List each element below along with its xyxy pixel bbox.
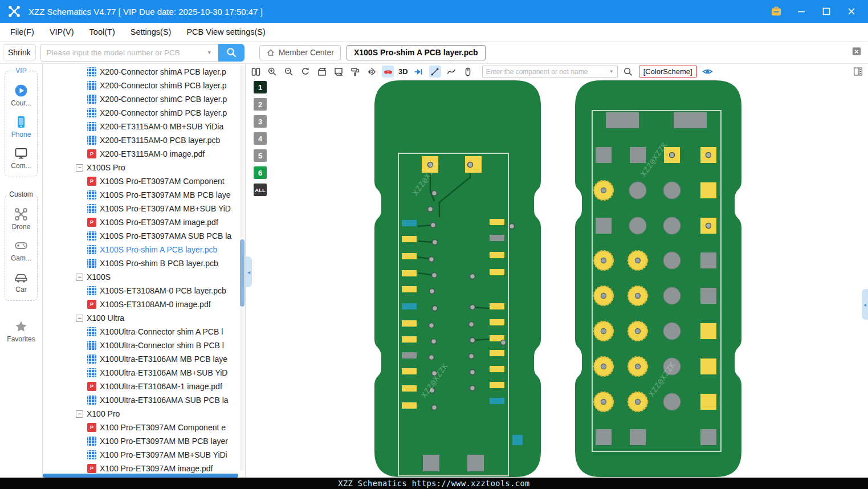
- menu-item[interactable]: Tool(T): [89, 27, 115, 36]
- colorscheme-button[interactable]: [ColorScheme]: [639, 66, 697, 78]
- tree-file-row[interactable]: PX100S Pro-ET3097AM image.pdf: [43, 215, 245, 229]
- right-panel-handle[interactable]: ◂: [862, 289, 868, 320]
- tree-file-row[interactable]: X200-Connector shimA PCB layer.p: [43, 65, 245, 79]
- tree-file-row[interactable]: X200-ET3115AM-0 MB+SUB YiDia: [43, 120, 245, 133]
- tree-group-row[interactable]: −X100S Pro: [43, 161, 245, 174]
- tree-file-row[interactable]: X100Ultra-Connector shim A PCB l: [43, 325, 245, 339]
- menu-item[interactable]: File(F): [10, 27, 34, 36]
- menu-item[interactable]: Settings(S): [131, 27, 172, 36]
- sidebar-item-courses[interactable]: Cour...: [11, 83, 31, 107]
- top-layer-box-icon[interactable]: [316, 66, 328, 78]
- tree-file-row[interactable]: X100S-ET3108AM-0 PCB layer.pcb: [43, 284, 245, 298]
- tree-scrollbar-thumb[interactable]: [240, 239, 244, 307]
- tree-file-row[interactable]: X100S Pro-shim B PCB layer.pcb: [43, 256, 245, 270]
- mouse-mode-icon[interactable]: [462, 66, 474, 78]
- tree-item-label: X200-Connector shimB PCB layer.p: [100, 81, 227, 90]
- tree-horizontal-scrollbar[interactable]: [43, 474, 238, 478]
- tree-file-row[interactable]: X200-Connector shimD PCB layer.p: [43, 106, 245, 120]
- tree-vertical-scrollbar[interactable]: [240, 65, 244, 471]
- tree-file-row[interactable]: X100 Pro-ET3097AM MB PCB layer: [43, 434, 245, 448]
- curve-icon[interactable]: [446, 66, 458, 78]
- tree-file-row[interactable]: X200-Connector shimB PCB layer.p: [43, 79, 245, 92]
- close-right-panel-icon[interactable]: [851, 46, 862, 59]
- home-icon: [266, 48, 275, 57]
- tree-file-row[interactable]: X100Ultra-ET3106AM MB PCB laye: [43, 352, 245, 366]
- paint-roller-icon[interactable]: [349, 66, 361, 78]
- sidebar-item-drone[interactable]: Drone: [11, 207, 31, 231]
- pcb-file-icon: [87, 396, 96, 405]
- layer-button-all[interactable]: ALL: [254, 184, 267, 196]
- category-sidebar: VIP Cour...PhoneCom... Custom DroneGam..…: [0, 64, 43, 478]
- tree-file-row[interactable]: PX100S-ET3108AM-0 image.pdf: [43, 298, 245, 311]
- net-goggles-icon[interactable]: [382, 66, 394, 78]
- pcb-file-icon: [87, 245, 96, 254]
- vip-package-icon[interactable]: [770, 5, 783, 18]
- sidebar-item-game[interactable]: Gam...: [11, 238, 31, 262]
- rotate-icon[interactable]: [299, 66, 311, 78]
- sidebar-item-label: Cour...: [11, 99, 31, 107]
- sidebar-item-computer[interactable]: Com...: [11, 146, 31, 170]
- collapse-minus-icon[interactable]: −: [76, 164, 83, 172]
- 3d-toggle-button[interactable]: 3D: [398, 67, 408, 76]
- pcb-canvas[interactable]: XZZ@XZZK XZZ@XZZK: [246, 79, 867, 478]
- menu-item[interactable]: PCB View settings(S): [186, 27, 265, 36]
- measure-line-icon[interactable]: [429, 66, 441, 78]
- close-button[interactable]: [845, 5, 858, 18]
- collapse-minus-icon[interactable]: −: [76, 274, 83, 281]
- sidebar-item-car[interactable]: Car: [11, 270, 31, 294]
- statusbar-text: XZZ Schematics https://www.xzztools.com: [338, 479, 529, 488]
- jump-arrow-icon[interactable]: [413, 66, 425, 78]
- tree-file-row[interactable]: X100Ultra-Connector shim B PCB l: [43, 339, 245, 352]
- split-view-icon[interactable]: [250, 66, 262, 78]
- favorites-label: Favorites: [7, 335, 35, 343]
- tree-file-row[interactable]: X200-ET3115AM-0 PCB layer.pcb: [43, 133, 245, 147]
- tree-file-row[interactable]: X100S Pro-shim A PCB layer.pcb: [43, 243, 245, 256]
- pcb-file-icon: [87, 327, 96, 336]
- tree-file-row[interactable]: X100Ultra-ET3106AM MB+SUB YiD: [43, 366, 245, 380]
- layer-button-6[interactable]: 6: [254, 166, 267, 179]
- layer-button-2[interactable]: 2: [254, 98, 267, 111]
- tree-group-row[interactable]: −X100 Pro: [43, 407, 245, 421]
- tree-file-row[interactable]: PX100S Pro-ET3097AM Component: [43, 174, 245, 188]
- layer-button-3[interactable]: 3: [254, 115, 267, 128]
- tree-file-row[interactable]: PX100 Pro-ET3097AM Component e: [43, 421, 245, 434]
- sidebar-item-label: Car: [15, 286, 26, 294]
- tree-file-row[interactable]: X100S Pro-ET3097AM MB+SUB YiD: [43, 202, 245, 215]
- layer-button-1[interactable]: 1: [254, 81, 267, 93]
- tree-file-row[interactable]: X100Ultra-ET3106AMA SUB PCB la: [43, 393, 245, 407]
- tree-file-row[interactable]: X200-Connector shimC PCB layer.p: [43, 92, 245, 106]
- panel-list-icon[interactable]: [852, 66, 864, 78]
- net-search-icon[interactable]: [622, 66, 634, 78]
- tree-item-label: X100 Ultra: [87, 313, 124, 323]
- menu-item[interactable]: VIP(V): [50, 27, 74, 36]
- tree-collapse-handle[interactable]: ◂: [246, 256, 252, 287]
- maximize-button[interactable]: [820, 5, 833, 18]
- tree-item-label: X100Ultra-ET3106AM MB+SUB YiD: [100, 368, 227, 377]
- tree-file-row[interactable]: X100S Pro-ET3097AMA SUB PCB la: [43, 229, 245, 243]
- minimize-button[interactable]: [795, 5, 808, 18]
- flip-horizontal-icon[interactable]: [365, 66, 377, 78]
- tree-file-row[interactable]: X100S Pro-ET3097AM MB PCB laye: [43, 188, 245, 202]
- shrink-button[interactable]: Shrink: [3, 44, 36, 60]
- tree-group-row[interactable]: −X100 Ultra: [43, 311, 245, 325]
- tree-group-row[interactable]: −X100S: [43, 270, 245, 284]
- sidebar-item-phone[interactable]: Phone: [11, 115, 31, 138]
- tree-file-row[interactable]: PX200-ET3115AM-0 image.pdf: [43, 147, 245, 161]
- tree-file-row[interactable]: PX100Ultra-ET3106AM-1 image.pdf: [43, 380, 245, 393]
- collapse-minus-icon[interactable]: −: [76, 315, 83, 322]
- collapse-minus-icon[interactable]: −: [76, 410, 83, 418]
- member-center-button[interactable]: Member Center: [259, 45, 341, 60]
- zoom-in-icon[interactable]: [266, 66, 278, 78]
- tree-file-row[interactable]: X100 Pro-ET3097AM MB+SUB YiDi: [43, 448, 245, 462]
- bottom-layer-box-icon[interactable]: [332, 66, 344, 78]
- layer-eye-icon[interactable]: [702, 66, 714, 78]
- layer-button-4[interactable]: 4: [254, 132, 267, 145]
- layer-button-5[interactable]: 5: [254, 149, 267, 162]
- component-net-search-input[interactable]: Enter the component or net name ▼: [482, 66, 618, 78]
- model-search-button[interactable]: [218, 44, 244, 62]
- model-search-input[interactable]: Please input the model number or PCB ▼: [40, 44, 218, 62]
- zoom-out-icon[interactable]: [283, 66, 295, 78]
- document-tab[interactable]: X100S Pro-shim A PCB layer.pcb: [347, 45, 486, 60]
- app-logo-icon: [7, 4, 22, 19]
- sidebar-item-favorites[interactable]: Favorites: [7, 319, 35, 343]
